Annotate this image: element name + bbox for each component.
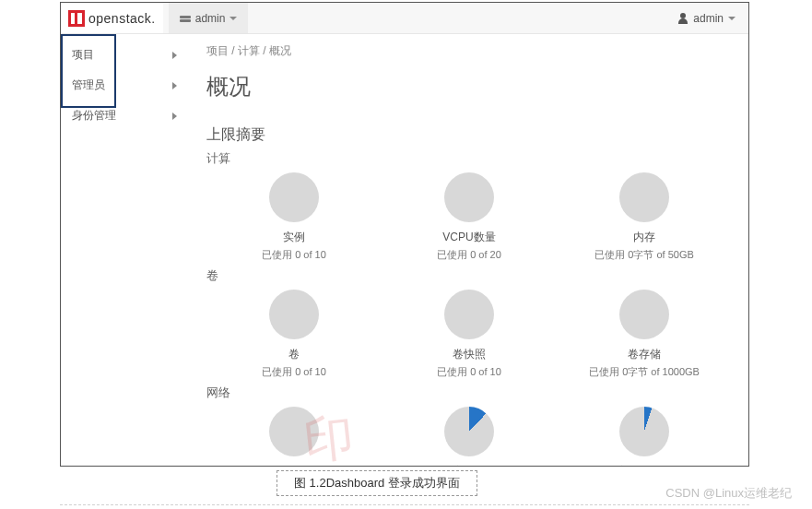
sidebar-item-label: 管理员: [72, 77, 105, 93]
quota-tile: 安全组规则: [575, 407, 713, 466]
page-title: 概况: [206, 72, 732, 101]
donut-chart-icon: [619, 407, 669, 456]
donut-chart-icon: [444, 172, 494, 222]
quota-usage: 已使用 0字节 of 1000GB: [589, 365, 700, 379]
user-icon: [677, 13, 688, 24]
quota-usage: 已使用 0 of 10: [262, 365, 326, 379]
divider: [60, 504, 749, 505]
project-icon: [180, 14, 191, 23]
crumb-current: 概况: [269, 44, 291, 57]
crumb[interactable]: 计算: [238, 44, 260, 57]
quota-usage: 已使用 0 of 20: [437, 248, 501, 262]
quota-label: 安全组规则: [617, 464, 672, 466]
donut-chart-icon: [269, 172, 319, 222]
quota-row: 卷已使用 0 of 10卷快照已使用 0 of 10卷存储已使用 0字节 of …: [206, 290, 732, 379]
quota-label: 卷存储: [628, 347, 661, 362]
brand: openstack.: [61, 3, 163, 33]
quota-tile: 卷快照已使用 0 of 10: [400, 290, 538, 379]
caret-down-icon: [728, 17, 736, 20]
quota-usage: 已使用 0 of 10: [437, 365, 501, 379]
user-menu[interactable]: admin: [665, 3, 748, 33]
top-bar: openstack. admin admin: [61, 3, 748, 34]
breadcrumb: 项目 / 计算 / 概况: [206, 43, 732, 59]
sidebar-item-project[interactable]: 项目: [61, 40, 190, 70]
chevron-right-icon: [172, 82, 177, 89]
quota-tile: 浮动IP: [225, 407, 363, 466]
quota-label: 浮动IP: [277, 464, 310, 466]
sidebar-item-label: 身份管理: [72, 108, 116, 124]
group-title: 卷: [206, 267, 732, 284]
quota-row: 浮动IP安全组安全组规则: [206, 407, 732, 466]
quota-label: 安全组: [453, 464, 486, 466]
donut-chart-icon: [444, 407, 494, 456]
donut-chart-icon: [269, 407, 319, 456]
quota-label: 内存: [633, 230, 655, 245]
sidebar: 项目 管理员 身份管理: [61, 34, 190, 466]
summary-title: 上限摘要: [206, 125, 732, 145]
quota-usage: 已使用 0字节 of 50GB: [594, 248, 694, 262]
quota-tile: 卷存储已使用 0字节 of 1000GB: [575, 290, 713, 379]
chevron-right-icon: [172, 52, 177, 59]
app-window: openstack. admin admin 项目 管理员 身份管理: [60, 2, 749, 467]
sidebar-item-admin[interactable]: 管理员: [61, 70, 190, 101]
quota-label: 卷快照: [453, 347, 486, 362]
donut-chart-icon: [269, 290, 319, 339]
caret-down-icon: [229, 17, 237, 20]
group-title: 网络: [206, 385, 732, 401]
user-menu-label: admin: [693, 12, 724, 25]
project-switcher-label: admin: [195, 12, 226, 25]
donut-chart-icon: [619, 290, 669, 339]
donut-chart-icon: [444, 290, 494, 339]
quota-tile: 卷已使用 0 of 10: [225, 290, 363, 379]
figure-caption: 图 1.2Dashboard 登录成功界面: [277, 470, 477, 496]
donut-chart-icon: [619, 172, 669, 222]
quota-label: 卷: [288, 347, 300, 362]
quota-tile: 安全组: [400, 407, 538, 466]
quota-tile: 实例已使用 0 of 10: [225, 172, 363, 262]
crumb[interactable]: 项目: [206, 44, 229, 57]
sidebar-item-label: 项目: [72, 47, 94, 63]
main-content: 项目 / 计算 / 概况 概况 上限摘要 计算实例已使用 0 of 10VCPU…: [190, 34, 748, 466]
quota-label: 实例: [283, 230, 305, 245]
quota-label: VCPU数量: [442, 230, 495, 245]
project-switcher[interactable]: admin: [169, 3, 249, 33]
openstack-logo-icon: [68, 10, 85, 27]
quota-usage: 已使用 0 of 10: [262, 248, 326, 262]
sidebar-item-identity[interactable]: 身份管理: [61, 101, 190, 131]
chevron-right-icon: [172, 112, 177, 120]
group-title: 计算: [206, 150, 732, 167]
quota-row: 实例已使用 0 of 10VCPU数量已使用 0 of 20内存已使用 0字节 …: [206, 172, 732, 262]
csdn-credit: CSDN @Linux运维老纪: [665, 485, 792, 502]
brand-text: openstack.: [88, 11, 156, 26]
quota-tile: 内存已使用 0字节 of 50GB: [575, 172, 713, 262]
quota-tile: VCPU数量已使用 0 of 20: [400, 172, 538, 262]
